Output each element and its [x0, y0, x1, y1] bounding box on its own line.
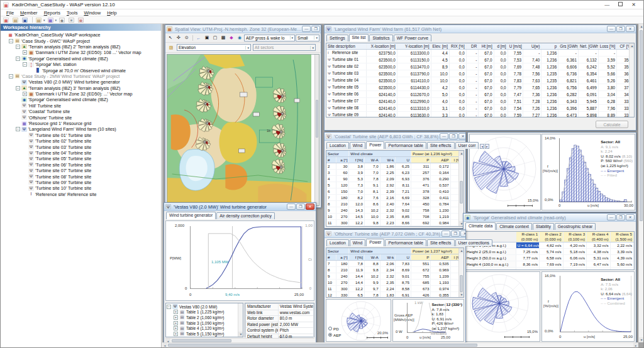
windfarm-site-row[interactable]: ΨTurbine site 08624140,06113310,03,10,0-…	[326, 105, 634, 112]
coastal-titlebar[interactable]: Ψ 'Coastal' Turbine site (AEP 6,803 GWh …	[325, 133, 465, 141]
windfarm-site-row[interactable]: ΨTurbine site 02623500,06113470,08,90,0-…	[326, 63, 634, 70]
tab-wf-power-curve[interactable]: WF Power curve	[394, 35, 431, 41]
map-scrollbar[interactable]	[314, 55, 319, 205]
wtg-list-scrollbar[interactable]: ▼	[238, 303, 243, 337]
minimize-button[interactable]: —	[607, 26, 616, 32]
tree-item[interactable]: I'Reference site' Reference site	[2, 192, 161, 197]
tree-item[interactable]: Ψ'Turbine site 07' Turbine site	[2, 168, 161, 173]
radio-aep[interactable]: AEP	[328, 332, 341, 337]
gwc-height-row[interactable]: Height 5 (200,0 m a.g.l.)9,08 m/s9,19 m/…	[465, 268, 634, 271]
globe-button[interactable]: ◉	[236, 35, 243, 41]
tab-power[interactable]: Power	[366, 141, 384, 149]
sector-dropdown[interactable]: All sectors▾	[253, 44, 316, 51]
spatial-view-window[interactable]: ▦ Spatial View: UTM-Proj.-N.hemisph. Zon…	[165, 24, 321, 208]
restore-button[interactable]	[618, 2, 623, 6]
expand-toggle[interactable]: +	[174, 315, 178, 320]
offshore-scrollbar[interactable]: ▲▼	[458, 248, 464, 297]
windfarm-site-row[interactable]: ΨTurbine site 05623500,06114430,04,20,0-…	[326, 84, 634, 91]
tab-user-corrections[interactable]: User corrections	[455, 239, 492, 246]
grid-overlay-button[interactable]: ▩	[219, 35, 227, 41]
tab-location[interactable]: Location	[326, 239, 349, 246]
column-header[interactable]: W-k	[380, 157, 396, 163]
maximize-button[interactable]: ❐	[296, 204, 305, 210]
observed-wind-climate-window[interactable]: 15,0% 14,0% f [%/(m/s)] 0,0% 0 u [m/s] 3…	[467, 132, 636, 212]
tree-item[interactable]: −▲'Terrain analysis (IBZ) 2' Terrain ana…	[2, 44, 161, 50]
expand-toggle[interactable]: +	[174, 321, 178, 325]
wtg-property-row[interactable]: Web linkwww.vestas.com	[246, 310, 314, 316]
spatial-titlebar[interactable]: ▦ Spatial View: UTM-Proj.-N.hemisph. Zon…	[165, 25, 321, 33]
column-header[interactable]: f [%]	[349, 254, 365, 261]
menu-tools[interactable]: Tools	[64, 10, 81, 16]
close-button[interactable]: ✕	[460, 231, 465, 237]
column-header[interactable]: d [m]	[494, 43, 508, 50]
tree-item[interactable]: −▤'Case Study - GWC' WAsP project	[2, 38, 161, 43]
vestas-wtg-window[interactable]: Ψ 'Vestas V80 (2.0 MW)' Wind turbine gen…	[164, 202, 316, 344]
close-button[interactable]: ✕	[626, 214, 635, 220]
pan-tool[interactable]: ✣	[175, 35, 182, 41]
tree-item[interactable]: Ψ'Turbine site 10' Turbine site	[2, 185, 161, 191]
gwc-height-row[interactable]: Height 2 (25,0 m a.g.l.)7,25 m/s5,74 m/s…	[465, 249, 634, 255]
tab-stability[interactable]: Stability	[533, 223, 554, 230]
coastal-sector-row[interactable]: 51207,39,12,928,114710,537-	[326, 182, 464, 188]
open-workspace-button[interactable]: ▤	[12, 17, 20, 23]
menu-member[interactable]: Member	[17, 10, 41, 16]
maximize-button[interactable]: ❐	[616, 214, 625, 220]
insert-member-button[interactable]: ▤▾	[35, 17, 46, 23]
close-button[interactable]: ✕	[458, 133, 465, 139]
tree-item[interactable]: Ψ'Turbine site 05' Turbine site	[2, 156, 161, 161]
column-header[interactable]: Grs [GWh]	[558, 43, 579, 50]
collapse-toggle[interactable]: −	[16, 57, 20, 61]
expand-toggle[interactable]: +	[174, 310, 178, 314]
menu-help[interactable]: Help	[104, 10, 119, 16]
marker-size-dropdown[interactable]: Small▾	[296, 35, 319, 41]
offshore-sector-row[interactable]: 1130012,29,72,248,586730,974-	[326, 286, 464, 292]
coastal-sector-row[interactable]: 1130012,29,82,238,666920,984-	[326, 220, 464, 226]
tree-item[interactable]: −▤'Case Study - 2MW Wind Turbines' WAsP …	[2, 73, 161, 79]
tree-item[interactable]: −ΨVestas V80 (2.0 MW)	[167, 304, 242, 310]
coastal-sector-row[interactable]: 821012,08,62,407,644500,784-	[326, 201, 464, 207]
windfarm-site-row[interactable]: ΨTurbine site 03623500,06113790,010,00,0…	[326, 70, 634, 77]
tree-item[interactable]: Ψ'Turbine site 06' Turbine site	[2, 162, 161, 168]
calculate-button[interactable]: Calculate	[596, 121, 628, 128]
maximize-button[interactable]: ❐	[311, 26, 320, 32]
offshore-sector-row[interactable]: 123306,57,81,836,914260,355-	[326, 292, 464, 298]
windfarm-window[interactable]: Ψ 'Langeland Wind Farm' Wind farm (61,51…	[324, 24, 636, 131]
tab-wind[interactable]: Wind	[350, 239, 366, 246]
tab-site-effects[interactable]: Site effects	[427, 239, 455, 246]
tab-performance-table[interactable]: Performance table	[385, 239, 426, 246]
windfarm-titlebar[interactable]: Ψ 'Langeland Wind Farm' Wind farm (61,51…	[325, 25, 636, 33]
expand-toggle[interactable]: +	[174, 332, 178, 336]
tree-item[interactable]: ▦'Resource grid 1' Resource grid	[2, 121, 161, 126]
coastal-sector-row[interactable]: 3603,97,02,256,232570,164-	[326, 170, 464, 176]
tree-item[interactable]: +▤Table 2 (1,060 kg/m³)	[167, 315, 242, 320]
expand-toggle[interactable]: +	[23, 92, 27, 96]
tab-wind[interactable]: Wind	[350, 142, 366, 149]
gwc-height-row[interactable]: Height 4 (100,0 m a.g.l.)8,36 m/s7,69 m/…	[465, 261, 634, 268]
column-header[interactable]: a [°]	[336, 157, 349, 163]
gwc-titlebar[interactable]: ◉ 'Sprogø' Generalised wind climate (rea…	[464, 214, 636, 222]
tree-item[interactable]: +▤Table 3 (1,090 kg/m³)	[167, 320, 242, 326]
tree-item[interactable]: ▦'KadirOrhan_CaseStudy' WAsP workspace	[2, 32, 161, 38]
expand-toggle[interactable]: +	[174, 337, 178, 337]
coastal-sector-row[interactable]: 2303,87,01,866,253110,172-	[326, 163, 464, 170]
tab-air-density-correction-policy[interactable]: Air density correction policy	[216, 212, 275, 219]
tree-item[interactable]: Ψ'Turbine site 03' Turbine site	[2, 144, 161, 150]
column-header[interactable]: W-A	[365, 254, 380, 261]
column-header[interactable]: p	[541, 43, 558, 50]
tree-item[interactable]: −Ψ'Langeland Wind Farm' Wind farm (10 si…	[2, 126, 161, 132]
tree-item[interactable]: ◉'Sprogø' Generalised wind climate (IBZ)	[2, 97, 161, 102]
column-header[interactable]: Elev. [m]	[431, 43, 449, 50]
windfarm-site-row[interactable]: ΨTurbine site 06624140,06112670,05,00,0-…	[326, 91, 634, 98]
tree-item[interactable]: +▤Table 1 (1,225 kg/m³)	[167, 310, 242, 315]
tree-item[interactable]: Ψ'Turbine site 02' Turbine site	[2, 138, 161, 144]
column-header[interactable]: W-A	[365, 157, 380, 163]
collapse-toggle[interactable]: −	[23, 62, 27, 67]
column-header[interactable]: AEP	[431, 157, 450, 163]
column-header[interactable]: Ht [m]	[479, 43, 494, 50]
tree-item[interactable]: Ψ'Turbine site 08' Turbine site	[2, 173, 161, 179]
column-header[interactable]: P	[411, 157, 430, 163]
minimize-button[interactable]: —	[604, 2, 609, 8]
layer-paint-icon[interactable]: ▨	[167, 45, 175, 51]
coastal-site-window[interactable]: Ψ 'Coastal' Turbine site (AEP 6,803 GWh …	[324, 132, 466, 229]
collapse-toggle[interactable]: −	[16, 86, 20, 90]
